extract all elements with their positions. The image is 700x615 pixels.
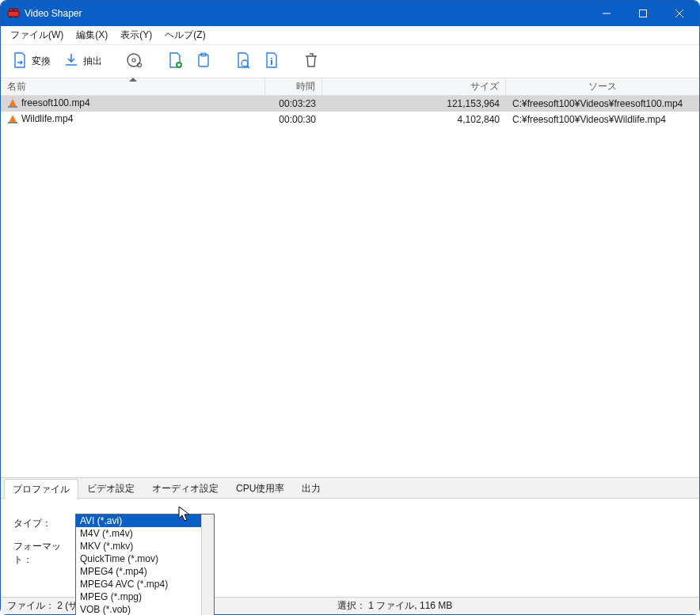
format-option[interactable]: VOB (*.vob) [76,603,214,615]
tab-cpu[interactable]: CPU使用率 [227,478,293,498]
format-option[interactable]: MPEG4 (*.mp4) [76,565,214,578]
sort-ascending-icon [129,78,137,82]
convert-label: 変換 [32,55,51,68]
svg-point-3 [10,16,13,18]
paste-icon [196,51,211,71]
convert-icon [12,51,28,71]
svg-rect-6 [640,10,647,17]
extract-button[interactable]: 抽出 [59,48,107,74]
menu-help[interactable]: ヘルプ(Z) [158,27,211,44]
format-option[interactable]: MKV (*.mkv) [76,540,214,552]
svg-rect-17 [271,60,272,65]
format-option[interactable]: MPEG (*.mpg) [76,590,214,603]
svg-point-10 [132,59,135,62]
paste-button[interactable] [191,48,216,74]
format-label: フォーマット： [13,540,75,567]
app-icon [7,7,20,20]
delete-button[interactable] [299,48,324,74]
window-title: Video Shaper [25,8,82,19]
tab-profile[interactable]: プロファイル [4,479,78,499]
column-source[interactable]: ソース [506,78,699,95]
titlebar: Video Shaper [1,1,699,26]
file-row[interactable]: freesoft100.mp4 00:03:23 121,153,964 C:¥… [1,96,699,112]
toolbar: 変換 抽出 [1,45,699,78]
disc-icon [126,51,143,71]
tab-strip: プロファイル ビデオ設定 オーディオ設定 CPU使用率 出力 [1,478,699,499]
table-header: 名前 時間 サイズ ソース [1,78,699,96]
menu-view[interactable]: 表示(Y) [114,27,158,44]
maximize-icon [639,9,647,17]
menu-file[interactable]: ファイル(W) [4,27,70,44]
media-file-icon [7,113,18,124]
svg-point-4 [15,16,17,18]
svg-point-16 [271,58,272,59]
add-file-icon [167,51,183,71]
tab-output[interactable]: 出力 [293,478,329,498]
dropdown-scrollbar[interactable] [201,514,214,615]
trash-icon [303,51,319,71]
tab-video[interactable]: ビデオ設定 [78,478,143,498]
extract-icon [63,51,79,71]
disc-button[interactable] [121,48,148,74]
svg-point-15 [242,60,248,66]
format-option[interactable]: MPEG4 AVC (*.mp4) [76,578,214,590]
file-info-icon [264,51,280,71]
convert-button[interactable]: 変換 [7,48,55,74]
column-size[interactable]: サイズ [322,78,506,95]
svg-rect-18 [8,106,17,108]
add-file-button[interactable] [162,48,188,74]
minimize-icon [603,9,611,17]
menubar: ファイル(W) 編集(X) 表示(Y) ヘルプ(Z) [1,26,699,45]
format-option[interactable]: M4V (*.m4v) [76,527,214,540]
close-button[interactable] [661,1,698,26]
minimize-button[interactable] [588,1,625,26]
format-dropdown[interactable]: AVI (*.avi) M4V (*.m4v) MKV (*.mkv) Quic… [75,514,215,615]
file-row[interactable]: Wildlife.mp4 00:00:30 4,102,840 C:¥frees… [1,112,699,127]
tab-audio[interactable]: オーディオ設定 [143,478,227,498]
format-option[interactable]: QuickTime (*.mov) [76,552,214,565]
svg-rect-0 [8,11,19,17]
preview-button[interactable] [230,48,256,74]
preview-icon [235,51,251,71]
format-option[interactable]: AVI (*.avi) [76,514,214,527]
extract-label: 抽出 [83,55,102,68]
file-list[interactable]: freesoft100.mp4 00:03:23 121,153,964 C:¥… [1,96,699,477]
type-label: タイプ： [13,517,75,530]
menu-edit[interactable]: 編集(X) [70,27,114,44]
cursor-icon [178,506,192,523]
column-name[interactable]: 名前 [1,78,265,95]
close-icon [675,9,683,17]
file-info-button[interactable] [259,48,284,74]
svg-rect-2 [14,9,17,11]
svg-point-9 [127,54,140,66]
maximize-button[interactable] [625,1,661,26]
svg-rect-19 [8,122,17,123]
svg-rect-1 [10,9,13,11]
media-file-icon [7,97,18,108]
column-time[interactable]: 時間 [265,78,322,95]
